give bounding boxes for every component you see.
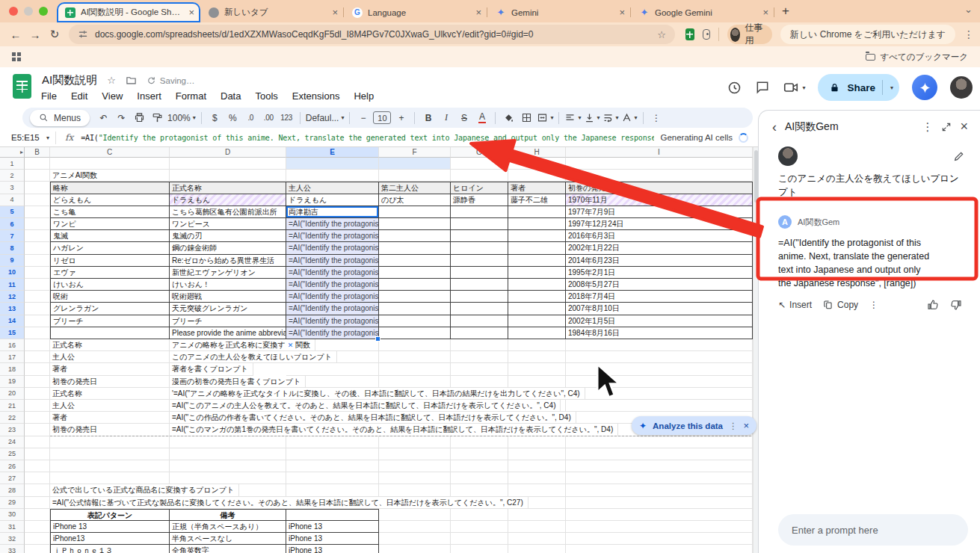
cell-H5[interactable] [508,206,566,218]
cell-B29[interactable] [25,497,50,509]
cell-G18[interactable] [451,363,508,375]
cell-D27[interactable] [170,472,286,484]
strikethrough-button[interactable]: S [456,110,472,126]
cell-B20[interactable] [25,388,50,400]
increase-decimal-button[interactable]: .00 [261,110,277,126]
row-header-5[interactable]: 5 [0,206,25,218]
cell-I19[interactable] [566,376,753,388]
cell-C18[interactable]: 著者 [50,363,170,375]
cell-F2[interactable] [379,170,451,182]
name-box-dropdown-icon[interactable]: ▾ [46,135,49,141]
text-wrap-button[interactable]: ▾ [603,110,619,126]
cell-D1[interactable] [170,158,286,170]
cell-E32[interactable]: iPhone 13 [286,533,379,545]
cell-D19[interactable]: 漫画の初巻の発売日を書くプロンプト [170,376,306,388]
cell-G16[interactable] [451,339,508,351]
cell-H24[interactable] [508,436,566,448]
col-header-C[interactable]: C [50,147,170,158]
browser-tab[interactable]: AI関数説明 - Google Sheets× [57,2,200,22]
row-header-14[interactable]: 14 [0,315,25,327]
cell-F30[interactable] [379,509,451,521]
chrome-update-promo-button[interactable]: 新しい Chrome をご利用いただけます [780,25,955,44]
cell-E31[interactable]: iPhone 13 [286,521,379,533]
cell-H16[interactable] [508,339,566,351]
cell-G26[interactable] [451,460,508,472]
cell-E26[interactable] [286,460,379,472]
row-header-32[interactable]: 32 [0,533,25,545]
cell-C20[interactable]: 正式名称 [50,388,170,400]
cell-I5[interactable]: 1977年7月9日 [566,206,753,218]
cell-I31[interactable] [566,521,753,533]
menu-insert[interactable]: Insert [137,90,161,102]
cell-G28[interactable] [451,484,508,496]
cell-G10[interactable] [451,267,508,279]
cell-F12[interactable] [379,291,451,303]
cell-F1[interactable] [379,158,451,170]
cell-I27[interactable] [566,472,753,484]
cell-D9[interactable]: Re:ゼロから始める異世界生活 [170,255,286,267]
share-button[interactable]: Share ▾ [818,74,899,101]
number-format-button[interactable]: 123 [279,110,295,126]
cell-G12[interactable] [451,291,508,303]
analyze-data-pill[interactable]: ✦ Analyze this data ⋮ × [632,416,756,435]
cell-C12[interactable]: 呪術 [50,291,170,303]
horizontal-align-button[interactable]: ▾ [564,110,581,126]
prompt-input[interactable] [778,514,968,546]
row-header-26[interactable]: 26 [0,460,25,472]
window-zoom-button[interactable] [39,7,48,16]
cell-F25[interactable] [379,448,451,460]
cell-D8[interactable]: 鋼の錬金術師 [170,242,286,254]
cell-C24[interactable] [50,436,170,448]
cell-I18[interactable] [566,363,753,375]
cell-D25[interactable] [170,448,286,460]
font-size-input[interactable]: 10 [373,111,391,124]
merge-cells-button[interactable]: ▾ [537,110,553,126]
cell-E10[interactable]: =AI("Identify the protagonis [286,267,379,279]
site-info-icon[interactable] [78,29,88,40]
reload-icon[interactable]: ↻ [45,28,64,41]
row-header-23[interactable]: 23 [0,424,25,436]
cell-C29[interactable]: =AI("公式情報に基づいて正式な製品名に変換してください。そのあと、結果を日本… [50,497,528,509]
cell-G24[interactable] [451,436,508,448]
col-header-G[interactable]: G [451,147,508,158]
cell-I28[interactable] [566,484,753,496]
cell-C6[interactable]: ワンピ [50,218,170,230]
cell-E15[interactable]: =AI("Identify the protagonis [286,327,379,339]
cell-F7[interactable] [379,230,451,242]
tab-search-chevron-icon[interactable]: ⌄ [964,4,973,15]
version-history-icon[interactable] [727,80,742,96]
cell-I21[interactable] [566,400,753,412]
cell-I13[interactable]: 2007年8月10日 [566,303,753,315]
row-header-4[interactable]: 4 [0,194,25,206]
cell-H27[interactable] [508,472,566,484]
window-minimize-button[interactable] [24,7,33,16]
cell-G33[interactable] [451,545,508,553]
cell-F28[interactable] [379,484,451,496]
cell-E6[interactable]: =AI("Identify the protagonis [286,218,379,230]
cell-H9[interactable] [508,255,566,267]
cell-E3[interactable]: 主人公 [286,182,379,194]
cell-B8[interactable] [25,242,50,254]
cell-F17[interactable] [379,351,451,363]
cell-D23[interactable]: =AI("このマンガの第1巻の発売日を書いてください。そのあと、結果を日本語に翻… [170,424,618,436]
row-header-19[interactable]: 19 [0,376,25,388]
tab-close-icon[interactable]: × [619,7,625,18]
extensions-icon[interactable] [703,29,711,40]
row-header-8[interactable]: 8 [0,242,25,254]
redo-button[interactable]: ↷ [114,110,129,126]
thumbs-down-icon[interactable] [950,299,962,311]
cell-B33[interactable] [25,545,50,553]
cell-H26[interactable] [508,460,566,472]
cell-E33[interactable]: iPhone 13 [286,545,379,553]
cell-E18[interactable] [286,363,379,375]
cell-C2[interactable]: アニメAI関数 [50,170,170,182]
cell-I3[interactable]: 初巻の発売日 [566,182,753,194]
row-header-33[interactable]: 33 [0,545,25,553]
cell-C30[interactable]: 表記パターン [50,509,170,521]
cell-F15[interactable] [379,327,451,339]
cell-D30[interactable]: 備考 [170,509,286,521]
cell-I25[interactable] [566,448,753,460]
cell-D16[interactable]: アニメの略称を正式名称に変換す✕関数 [170,339,315,351]
cell-D15[interactable]: Please provide the anime abbrevia [170,327,286,339]
row-header-15[interactable]: 15 [0,327,25,339]
